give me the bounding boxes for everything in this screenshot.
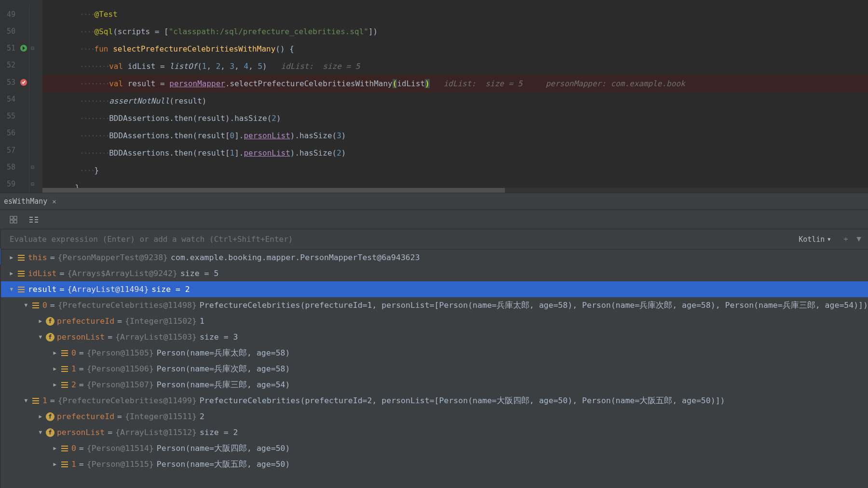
gutter-row[interactable]: 57 <box>0 142 42 158</box>
variable-name: 1 <box>71 364 76 373</box>
variable-row[interactable]: ▶fprefectureId = {Integer@11511} 2 <box>1 409 868 424</box>
code-line[interactable]: ········BDDAssertions.then(result[1].per… <box>42 145 868 162</box>
expand-icon[interactable]: ▶ <box>50 366 60 372</box>
variable-row[interactable]: ▼fpersonList = {ArrayList@11512} size = … <box>1 424 868 440</box>
line-number: 56 <box>2 129 15 137</box>
line-number: 52 <box>2 61 15 69</box>
variable-type: {PrefectureCelebrities@11499} <box>58 396 197 405</box>
variable-row[interactable]: ▶0 = {Person@11514} Person(name=大阪四郎, ag… <box>1 440 868 456</box>
close-icon[interactable]: ✕ <box>52 198 56 205</box>
code-line[interactable]: ········BDDAssertions.then(result).hasSi… <box>42 110 868 127</box>
variable-row[interactable]: ▼1 = {PrefectureCelebrities@11499} Prefe… <box>1 393 868 409</box>
variable-row[interactable]: ▶1 = {Person@11506} Person(name=兵庫次郎, ag… <box>1 361 868 377</box>
code-line[interactable]: ····} <box>42 162 868 179</box>
scrollbar-thumb[interactable] <box>42 188 505 193</box>
fold-icon[interactable]: ⊟ <box>31 45 34 52</box>
svg-rect-5 <box>14 220 17 223</box>
variable-row[interactable]: ▼result = {ArrayList@11494} size = 2 <box>1 281 868 297</box>
variable-type: {Person@11514} <box>87 444 154 453</box>
code-line[interactable]: ····@Sql(scripts = ["classpath:/sql/pref… <box>42 23 868 40</box>
variable-row[interactable]: ▶fprefectureId = {Integer@11502} 1 <box>1 313 868 329</box>
run-test-icon[interactable] <box>18 43 29 53</box>
thread-view-icon[interactable] <box>29 215 39 224</box>
line-number: 53 <box>2 78 15 87</box>
variable-type: {PersonMapperTest@9238} <box>58 253 168 262</box>
expand-icon[interactable]: ▶ <box>50 382 60 388</box>
field-icon: f <box>45 332 55 342</box>
variable-type: {Person@11506} <box>87 364 154 373</box>
expand-icon[interactable]: ▼ <box>7 286 16 292</box>
gutter-row[interactable]: 50 <box>0 23 42 40</box>
expand-icon[interactable]: ▼ <box>36 334 45 340</box>
gutter-row[interactable]: 59⊟ <box>0 176 42 193</box>
line-number: 49 <box>2 10 15 19</box>
gutter-row[interactable]: 55 <box>0 108 42 125</box>
svg-rect-3 <box>14 216 17 219</box>
gutter-row[interactable]: 58⊟ <box>0 158 42 175</box>
field-icon: f <box>45 317 55 326</box>
debug-tab[interactable]: esWithMany ✕ <box>0 193 62 210</box>
chevron-down-icon[interactable]: ▼ <box>856 234 861 244</box>
variable-type: {Person@11515} <box>87 460 154 469</box>
variable-row[interactable]: ▶this = {PersonMapperTest@9238} com.exam… <box>1 250 868 265</box>
code-line[interactable]: ····fun selectPrefectureCelebritiesWithM… <box>42 40 868 58</box>
code-area[interactable]: ····@Test ····@Sql(scripts = ["classpath… <box>42 0 868 193</box>
debug-tab-bar: esWithMany ✕ <box>0 193 868 210</box>
variable-row[interactable]: ▶idList = {Arrays$ArrayList@9242} size =… <box>1 265 868 281</box>
debugger-toolbar <box>0 210 868 229</box>
expand-icon[interactable]: ▼ <box>36 429 45 435</box>
breakpoint-icon[interactable] <box>18 77 29 88</box>
expand-icon[interactable]: ▼ <box>21 302 31 308</box>
gutter-row[interactable]: 53 <box>0 74 42 91</box>
expand-icon[interactable]: ▶ <box>50 350 60 356</box>
editor-horizontal-scrollbar[interactable] <box>42 188 868 193</box>
code-line[interactable]: ········assertNotNull(result) <box>42 92 868 110</box>
variable-value: PrefectureCelebrities(prefectureId=2, pe… <box>200 396 725 406</box>
variable-name: 0 <box>71 348 76 357</box>
expand-icon[interactable]: ▶ <box>36 413 45 420</box>
line-number: 59 <box>2 180 15 188</box>
variable-row[interactable]: ▶2 = {Person@11507} Person(name=兵庫三郎, ag… <box>1 377 868 393</box>
variables-tree[interactable]: ▶this = {PersonMapperTest@9238} com.exam… <box>1 250 868 488</box>
variable-name: idList <box>28 269 57 278</box>
grid-view-icon[interactable] <box>9 215 18 224</box>
variable-row[interactable]: ▼fpersonList = {ArrayList@11503} size = … <box>1 329 868 345</box>
code-editor[interactable]: 495051⊟52535455565758⊟59⊟ ····@Test ····… <box>0 0 868 193</box>
variable-name: 0 <box>42 301 47 310</box>
fold-icon[interactable]: ⊟ <box>31 164 34 171</box>
expand-icon[interactable]: ▶ <box>50 445 60 451</box>
gutter-row[interactable]: 49 <box>0 6 42 23</box>
variables-pane: Evaluate expression (Enter) or add a wat… <box>0 229 868 488</box>
svg-rect-2 <box>10 216 13 219</box>
gutter-row[interactable]: 56 <box>0 125 42 142</box>
gutter-row[interactable]: 54 <box>0 91 42 107</box>
expand-icon[interactable]: ▼ <box>21 397 31 404</box>
code-line[interactable]: ····@Test <box>42 6 868 23</box>
expand-icon[interactable]: ▶ <box>36 318 45 324</box>
variable-value: com.example.booking.mapper.PersonMapperT… <box>171 253 420 262</box>
expand-icon[interactable]: ▶ <box>7 270 16 277</box>
variable-row[interactable]: ▼0 = {PrefectureCelebrities@11498} Prefe… <box>1 297 868 313</box>
variable-row[interactable]: ▶1 = {Person@11515} Person(name=大阪五郎, ag… <box>1 456 868 472</box>
expand-icon[interactable]: ▶ <box>50 461 60 467</box>
object-icon <box>16 285 26 294</box>
gutter-row[interactable]: 52 <box>0 57 42 74</box>
chevron-down-icon: ▼ <box>827 237 830 242</box>
evaluate-expression-input[interactable]: Evaluate expression (Enter) or add a wat… <box>1 235 794 244</box>
object-icon <box>60 444 69 453</box>
code-line[interactable]: ········val result = personMapper.select… <box>42 75 868 92</box>
eval-actions: ＋ ▼ <box>835 234 868 244</box>
code-line[interactable]: ········val idList = listOf(1, 2, 3, 4, … <box>42 58 868 75</box>
fold-icon[interactable]: ⊟ <box>31 181 34 187</box>
variable-value: Person(name=兵庫三郎, age=54) <box>157 380 290 390</box>
add-watch-icon[interactable]: ＋ <box>842 234 850 244</box>
expand-icon[interactable]: ▶ <box>7 254 16 261</box>
editor-gutter: 495051⊟52535455565758⊟59⊟ <box>0 0 42 193</box>
variable-row[interactable]: ▶0 = {Person@11505} Person(name=兵庫太郎, ag… <box>1 345 868 361</box>
variable-name: prefectureId <box>57 412 114 421</box>
variable-name: this <box>28 253 47 262</box>
language-selector[interactable]: Kotlin ▼ <box>794 235 835 244</box>
gutter-row[interactable]: 51⊟ <box>0 40 42 57</box>
code-line[interactable]: ········BDDAssertions.then(result[0].per… <box>42 127 868 145</box>
variable-value: Person(name=兵庫次郎, age=58) <box>157 364 290 374</box>
